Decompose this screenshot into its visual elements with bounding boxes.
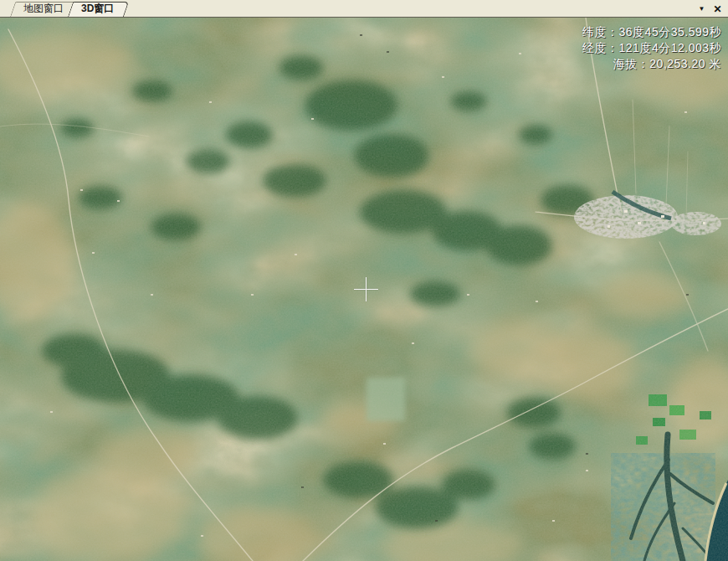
close-icon: ✕ (713, 4, 721, 14)
dropdown-icon: ▼ (699, 6, 705, 13)
window-controls: ▼ ✕ (695, 3, 724, 15)
tab-3d-window-label: 3D窗口 (81, 3, 114, 14)
tab-bar: 地图窗口 3D窗口 ▼ ✕ (0, 0, 728, 18)
tab-3d-window[interactable]: 3D窗口 (68, 2, 124, 17)
window-close-button[interactable]: ✕ (711, 3, 724, 15)
window-menu-button[interactable]: ▼ (695, 3, 708, 15)
satellite-imagery (0, 18, 728, 561)
tab-map-window[interactable]: 地图窗口 (10, 2, 74, 17)
map-3d-viewport[interactable]: 纬度：36度45分35.599秒 经度：121度4分12.003秒 海拔：20,… (0, 18, 728, 561)
gis-3d-window: 地图窗口 3D窗口 ▼ ✕ (0, 0, 728, 561)
tab-map-window-label: 地图窗口 (23, 3, 64, 14)
